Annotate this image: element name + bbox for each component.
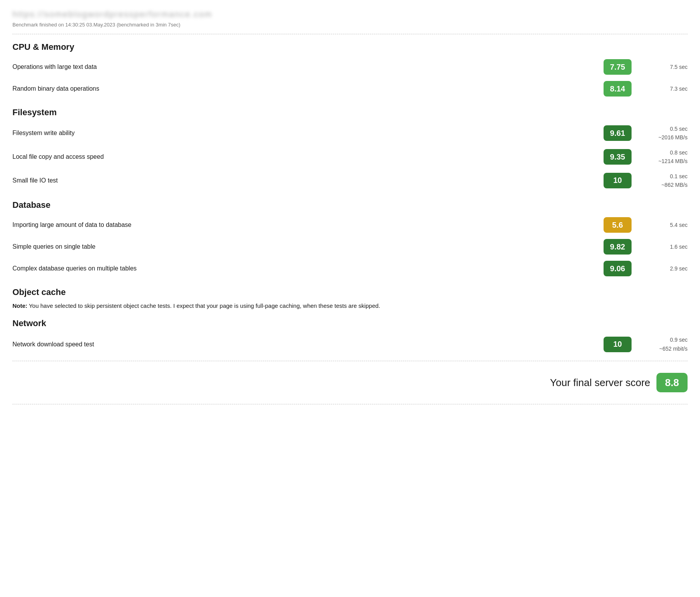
score-badge: 10 bbox=[604, 337, 632, 352]
final-score-label: Your final server score bbox=[550, 377, 650, 389]
score-badge: 9.61 bbox=[604, 125, 632, 141]
final-score-badge: 8.8 bbox=[656, 373, 688, 392]
benchmark-label: Operations with large text data bbox=[12, 63, 604, 70]
time-info: 7.3 sec bbox=[641, 84, 688, 93]
blurred-url: https://someblogwordpressperformance.com bbox=[12, 9, 688, 19]
benchmark-label: Small file IO test bbox=[12, 177, 604, 184]
time-primary: 5.4 sec bbox=[641, 221, 688, 229]
benchmark-row: Filesystem write ability9.610.5 sec~2016… bbox=[12, 121, 688, 145]
bottom-divider-2 bbox=[12, 404, 688, 404]
time-secondary: ~2016 MB/s bbox=[641, 133, 688, 142]
benchmark-row: Small file IO test100.1 sec~862 MB/s bbox=[12, 169, 688, 193]
time-info: 7.5 sec bbox=[641, 63, 688, 71]
benchmark-row: Network download speed test100.9 sec~652… bbox=[12, 332, 688, 356]
time-primary: 0.1 sec bbox=[641, 172, 688, 181]
time-secondary: ~1214 MB/s bbox=[641, 157, 688, 165]
time-primary: 2.9 sec bbox=[641, 264, 688, 273]
benchmark-label: Network download speed test bbox=[12, 341, 604, 348]
time-primary: 7.5 sec bbox=[641, 63, 688, 71]
score-badge: 10 bbox=[604, 173, 632, 188]
score-badge: 9.82 bbox=[604, 239, 632, 255]
benchmark-label: Complex database queries on multiple tab… bbox=[12, 265, 604, 272]
final-score-row: Your final server score 8.8 bbox=[12, 366, 688, 399]
benchmark-label: Random binary data operations bbox=[12, 85, 604, 92]
time-info: 1.6 sec bbox=[641, 242, 688, 251]
time-primary: 7.3 sec bbox=[641, 84, 688, 93]
section-title-network: Network bbox=[12, 318, 688, 328]
top-divider bbox=[12, 34, 688, 34]
benchmark-row: Importing large amount of data to databa… bbox=[12, 214, 688, 236]
benchmark-label: Simple queries on single table bbox=[12, 243, 604, 250]
benchmark-label: Filesystem write ability bbox=[12, 130, 604, 137]
time-info: 2.9 sec bbox=[641, 264, 688, 273]
time-info: 0.5 sec~2016 MB/s bbox=[641, 125, 688, 142]
benchmark-row: Complex database queries on multiple tab… bbox=[12, 258, 688, 279]
time-primary: 1.6 sec bbox=[641, 242, 688, 251]
time-secondary: ~652 mbit/s bbox=[641, 344, 688, 353]
benchmark-label: Local file copy and access speed bbox=[12, 153, 604, 160]
time-info: 0.8 sec~1214 MB/s bbox=[641, 148, 688, 166]
section-title-filesystem: Filesystem bbox=[12, 107, 688, 118]
time-secondary: ~862 MB/s bbox=[641, 181, 688, 189]
benchmark-row: Local file copy and access speed9.350.8 … bbox=[12, 145, 688, 169]
time-info: 5.4 sec bbox=[641, 221, 688, 229]
score-badge: 5.6 bbox=[604, 217, 632, 233]
section-title-object-cache: Object cache bbox=[12, 287, 688, 297]
time-primary: 0.8 sec bbox=[641, 148, 688, 157]
section-title-cpu-memory: CPU & Memory bbox=[12, 42, 688, 52]
benchmark-row: Operations with large text data7.757.5 s… bbox=[12, 56, 688, 78]
bottom-divider-1 bbox=[12, 361, 688, 361]
benchmark-info: Benchmark finished on 14:30:25 03.May.20… bbox=[12, 22, 688, 28]
time-info: 0.9 sec~652 mbit/s bbox=[641, 335, 688, 353]
score-badge: 9.06 bbox=[604, 261, 632, 276]
benchmark-label: Importing large amount of data to databa… bbox=[12, 221, 604, 228]
score-badge: 8.14 bbox=[604, 81, 632, 97]
time-info: 0.1 sec~862 MB/s bbox=[641, 172, 688, 190]
section-title-database: Database bbox=[12, 200, 688, 210]
section-note-object-cache: Note: You have selected to skip persiste… bbox=[12, 301, 688, 311]
time-primary: 0.9 sec bbox=[641, 335, 688, 344]
benchmark-row: Simple queries on single table9.821.6 se… bbox=[12, 236, 688, 258]
score-badge: 7.75 bbox=[604, 59, 632, 75]
time-primary: 0.5 sec bbox=[641, 125, 688, 133]
benchmark-row: Random binary data operations8.147.3 sec bbox=[12, 78, 688, 100]
score-badge: 9.35 bbox=[604, 149, 632, 165]
